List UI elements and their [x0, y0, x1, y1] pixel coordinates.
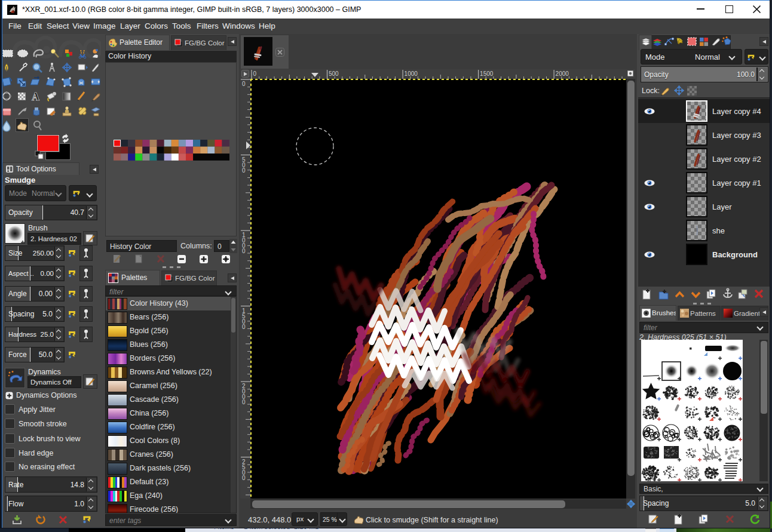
svg-text:1000: 1000 — [405, 70, 418, 77]
svg-text:0: 0 — [253, 70, 257, 77]
svg-text:2000: 2000 — [556, 70, 569, 77]
svg-text:A: A — [32, 91, 39, 103]
svg-text:0: 0 — [242, 475, 246, 481]
svg-text:0: 0 — [242, 248, 246, 254]
svg-text:500: 500 — [329, 70, 339, 77]
svg-text:0: 0 — [242, 324, 246, 330]
svg-text:1500: 1500 — [480, 70, 494, 77]
svg-text:0: 0 — [242, 399, 246, 405]
svg-text:0: 0 — [242, 167, 246, 174]
svg-text:0: 0 — [242, 81, 246, 87]
